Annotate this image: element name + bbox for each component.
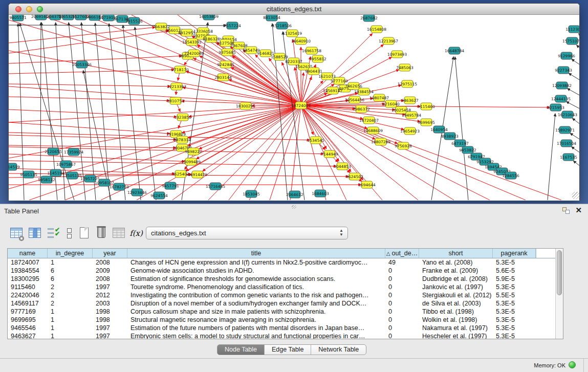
memory-status-indicator[interactable]: [569, 361, 576, 368]
graph-node[interactable]: 16640910: [291, 37, 311, 45]
graph-node[interactable]: 1284556: [502, 172, 519, 179]
table-row[interactable]: 969969511998Structural magnetic resonanc…: [8, 316, 563, 324]
graph-node[interactable]: 12213967: [379, 37, 398, 45]
graph-node[interactable]: 18807289: [371, 138, 390, 145]
graph-node[interactable]: 16782759: [110, 183, 129, 190]
graph-node[interactable]: 10973493: [387, 51, 407, 58]
graph-node[interactable]: 9405571: [9, 15, 27, 21]
graph-node[interactable]: 2803144: [214, 74, 232, 81]
graph-node[interactable]: 8215953: [547, 104, 564, 111]
column-header-out_degree[interactable]: △out_de…: [385, 249, 419, 258]
column-header-in_degree[interactable]: in_degree: [48, 249, 93, 258]
graph-node[interactable]: 17016504: [557, 140, 576, 147]
select-rows-icon[interactable]: ✔ ✔: [46, 226, 60, 240]
graph-node[interactable]: 16154808: [367, 26, 386, 33]
tab-network-table[interactable]: Network Table: [311, 345, 366, 355]
table-row[interactable]: 911546021997Tourette syndrome. Phenomeno…: [8, 283, 563, 291]
graph-node[interactable]: 7557224: [224, 22, 241, 29]
graph-node[interactable]: 2064612: [286, 191, 303, 198]
graph-node[interactable]: 20053346: [72, 61, 92, 68]
graph-node[interactable]: 10975867: [56, 161, 76, 168]
table-row[interactable]: 946554611997Estimation of the future num…: [8, 324, 563, 332]
table-row[interactable]: 946362711997Embryonic stem cells: a mode…: [8, 332, 563, 339]
graph-node[interactable]: 9498222: [185, 148, 202, 155]
create-table-icon[interactable]: [77, 226, 91, 240]
graph-node[interactable]: 16053809: [199, 15, 219, 20]
graph-node[interactable]: 1112304: [565, 26, 580, 33]
graph-node[interactable]: 8813054: [263, 15, 280, 21]
graph-node[interactable]: 16961758: [302, 47, 321, 54]
graph-node[interactable]: 12923446: [127, 189, 147, 196]
graph-node[interactable]: 8938923: [441, 133, 459, 140]
graph-node[interactable]: 9699695: [418, 119, 435, 126]
float-panel-icon[interactable]: [562, 207, 570, 214]
delete-entries-icon[interactable]: [94, 226, 108, 240]
column-header-title[interactable]: title: [127, 249, 385, 258]
select-columns-icon[interactable]: [28, 226, 42, 240]
graph-node[interactable]: 2120655: [45, 148, 62, 155]
graph-node[interactable]: 12444135: [551, 95, 571, 102]
graph-node[interactable]: 10807487: [369, 94, 389, 101]
table-row[interactable]: 977716911998Corpus callosum shape and si…: [8, 308, 563, 316]
table-row[interactable]: 2242004622012Investigating the contribut…: [8, 291, 563, 299]
graph-node[interactable]: 9624502: [346, 173, 363, 180]
graph-node[interactable]: 9115460: [418, 103, 435, 110]
close-panel-icon[interactable]: ✕: [575, 206, 582, 215]
graph-node[interactable]: 1684603: [312, 190, 329, 197]
graph-node[interactable]: 9624554: [150, 192, 168, 199]
graph-node[interactable]: 15751074: [562, 37, 580, 45]
network-view-canvas[interactable]: 9405571206914062043719106532871527602946…: [9, 15, 580, 200]
graph-node[interactable]: 7485063: [396, 64, 413, 71]
graph-node[interactable]: 6473197: [451, 140, 469, 147]
canvas-resize-grip[interactable]: [572, 192, 579, 199]
row-height-icon[interactable]: [62, 226, 77, 240]
column-header-short[interactable]: short: [419, 249, 493, 258]
panel-splitter-handle[interactable]: [292, 205, 296, 209]
graph-node[interactable]: 1640954: [430, 126, 448, 133]
table-settings-icon[interactable]: [9, 226, 24, 240]
graph-node[interactable]: 7915526: [125, 17, 143, 25]
graph-node[interactable]: 9453822: [459, 146, 476, 154]
table-selector-dropdown[interactable]: citations_edges.txt ▲▼: [146, 227, 348, 239]
column-header-pagerank[interactable]: pagerank: [493, 249, 536, 258]
graph-node[interactable]: 2687682: [360, 15, 378, 21]
graph-node[interactable]: 1044853: [334, 163, 351, 170]
graph-node[interactable]: 8878314: [173, 136, 191, 143]
table-row[interactable]: 1938455462009Genome-wide association stu…: [8, 267, 563, 275]
graph-node[interactable]: 1167535: [560, 154, 577, 161]
graph-node[interactable]: 9463627: [401, 97, 419, 104]
graph-node[interactable]: 15716485: [206, 183, 225, 190]
table-header-row[interactable]: namein_degreeyeartitle△out_de…shortpager…: [8, 249, 563, 258]
graph-node[interactable]: 17359924: [64, 148, 83, 156]
graph-node[interactable]: 16210643: [558, 111, 577, 118]
table-vertical-scrollbar[interactable]: [555, 249, 563, 339]
graph-node[interactable]: 1694644: [358, 181, 376, 188]
graph-node[interactable]: 14569117: [323, 87, 342, 94]
graph-node[interactable]: 12975115: [398, 80, 417, 87]
citation-network-graph[interactable]: 9405571206914062043719106532871527602946…: [9, 15, 580, 200]
graph-node[interactable]: 12213393: [167, 83, 186, 90]
scrollbar-thumb[interactable]: [557, 250, 562, 295]
graph-node[interactable]: 15218506: [272, 22, 292, 29]
graph-node[interactable]: 1534545: [307, 137, 324, 144]
graph-node[interactable]: 9129966: [558, 52, 575, 59]
graph-node[interactable]: 9756928: [395, 142, 412, 149]
table-row[interactable]: 1456911722003Disruption of a novel membe…: [8, 299, 563, 308]
network-window-titlebar[interactable]: citations_edges.txt: [9, 4, 579, 15]
tab-node-table[interactable]: Node Table: [217, 345, 265, 355]
graph-node[interactable]: 11325419: [282, 30, 302, 37]
graph-node[interactable]: 16648784: [445, 47, 464, 54]
graph-node[interactable]: 1323856: [174, 114, 191, 121]
graph-node[interactable]: 7955812: [309, 55, 326, 62]
graph-node[interactable]: 12093882: [552, 82, 572, 89]
graph-node[interactable]: 16914479: [188, 171, 207, 178]
graph-node[interactable]: 9242845: [217, 61, 234, 68]
function-builder-icon[interactable]: f(x): [129, 226, 143, 240]
table-row[interactable]: 1830029562008Estimation of significance …: [8, 275, 563, 283]
graph-node[interactable]: 1314519: [9, 163, 20, 170]
graph-node[interactable]: 9227343: [555, 67, 572, 74]
graph-node[interactable]: 19654923: [400, 127, 420, 135]
graph-node[interactable]: 9457791: [162, 182, 179, 189]
graph-node[interactable]: 1853045: [243, 190, 260, 198]
graph-node[interactable]: 7625402: [172, 170, 189, 178]
